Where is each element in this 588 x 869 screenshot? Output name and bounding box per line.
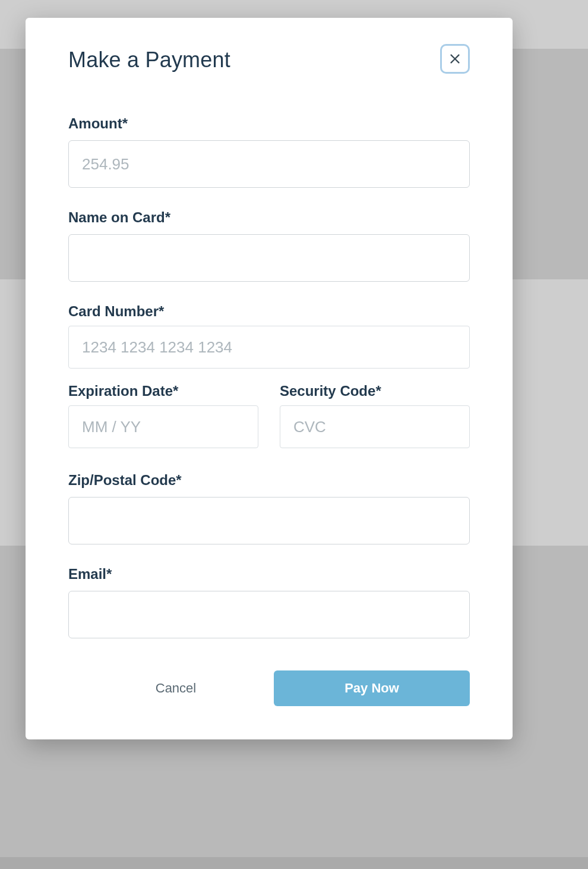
name-on-card-label: Name on Card*: [68, 209, 470, 226]
background-band: [0, 857, 588, 869]
pay-now-button[interactable]: Pay Now: [274, 670, 470, 706]
field-zip: Zip/Postal Code*: [68, 472, 470, 544]
amount-label: Amount*: [68, 115, 470, 132]
field-security-code: Security Code*: [280, 383, 470, 448]
modal-header: Make a Payment: [68, 48, 470, 74]
zip-label: Zip/Postal Code*: [68, 472, 470, 489]
cancel-button[interactable]: Cancel: [78, 670, 274, 706]
expiry-cvc-row: Expiration Date* Security Code*: [68, 383, 470, 462]
card-number-input[interactable]: [68, 326, 470, 369]
security-code-label: Security Code*: [280, 383, 470, 399]
name-on-card-input[interactable]: [68, 234, 470, 282]
field-expiration: Expiration Date*: [68, 383, 258, 448]
close-icon: [448, 52, 461, 65]
field-amount: Amount*: [68, 115, 470, 188]
card-details-group: Card Number* Expiration Date* Security C…: [68, 303, 470, 462]
payment-form: Amount* Name on Card* Card Number* Expir…: [68, 115, 470, 706]
expiration-label: Expiration Date*: [68, 383, 258, 399]
field-email: Email*: [68, 566, 470, 638]
security-code-input[interactable]: [280, 405, 470, 448]
close-button[interactable]: [440, 44, 470, 74]
field-name-on-card: Name on Card*: [68, 209, 470, 282]
modal-actions: Cancel Pay Now: [68, 670, 470, 706]
email-input[interactable]: [68, 591, 470, 638]
zip-input[interactable]: [68, 497, 470, 544]
payment-modal: Make a Payment Amount* Name on Card* Car…: [26, 18, 513, 739]
field-card-number: Card Number*: [68, 303, 470, 369]
card-number-label: Card Number*: [68, 303, 470, 320]
amount-input[interactable]: [68, 140, 470, 188]
email-label: Email*: [68, 566, 470, 583]
modal-title: Make a Payment: [68, 48, 230, 73]
expiration-input[interactable]: [68, 405, 258, 448]
